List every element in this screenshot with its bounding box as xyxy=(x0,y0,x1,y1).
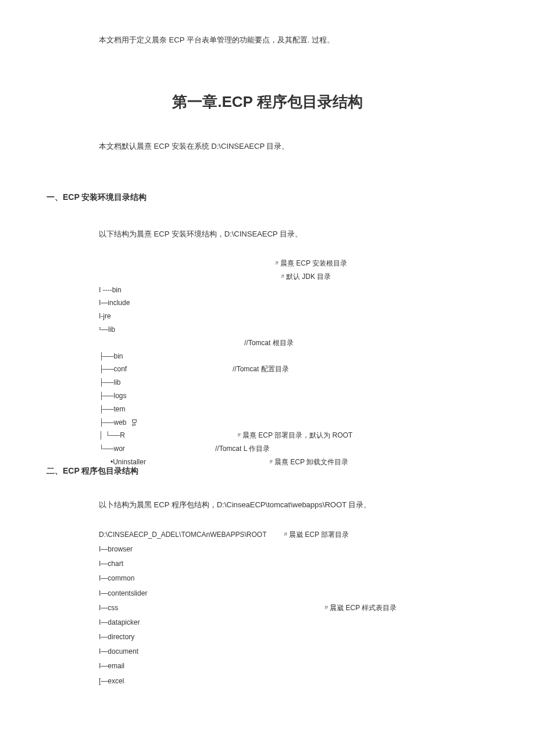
tree-label: I—chart xyxy=(99,557,282,571)
section-2-tree: D:\CINSEAECP_D_ADEL\TOMCAnWEBAPPS\ROOT〃晨… xyxy=(99,528,488,689)
tree-label: │ └──R xyxy=(99,429,236,442)
tree-label: D:\CINSEAECP_D_ADEL\TOMCAnWEBAPPS\ROOT xyxy=(99,528,282,542)
tree-comment: //Tomcat 配置目录 xyxy=(233,363,289,376)
tree-label: I—include xyxy=(99,296,233,310)
tree-label: I—css xyxy=(99,601,323,615)
tree-label: I ----bin xyxy=(99,284,233,297)
tree-comment: //Tomcat 根目录 xyxy=(244,336,294,350)
tree-label: ├──bin xyxy=(99,350,233,363)
tree-label: ├──conf xyxy=(99,363,233,376)
tree-label: I—datapicker xyxy=(99,615,282,630)
section-2-desc: 以卜结构为晨黑 ECP 程序包结构，D:\CinseaECP\tomcat\we… xyxy=(99,500,488,510)
tree-comment: 〃晨崴 ECP 部署目录 xyxy=(282,528,349,542)
tree-label: └──wor xyxy=(99,442,215,456)
tree-label: ├──tem xyxy=(99,403,233,416)
tree-label: [—excel xyxy=(99,674,282,689)
tree-label: ├──web xyxy=(99,416,127,429)
tree-label: ├──lib xyxy=(99,376,233,389)
tree-label: I—contentslider xyxy=(99,586,282,601)
chapter-subtitle: 本文档默认晨熹 ECP 安装在系统 D:\CINSEAECP 目录。 xyxy=(99,141,488,152)
section-1-desc: 以下结构为晨熹 ECP 安装环境结构，D:\CINSEAECP 目录。 xyxy=(99,229,488,239)
tree-comment: //Tomcat L 作目录 xyxy=(215,442,270,456)
tree-label: I—document xyxy=(99,644,282,659)
tree-label: I—directory xyxy=(99,630,282,644)
section-1-tree: 〃晨熹 ECP 安装根目录 〃默认 JDK 目录 I ----bin I—inc… xyxy=(99,257,488,469)
tree-label: ├──logs xyxy=(99,389,233,403)
tree-comment: 〃晨熹 ECP 安装根目录 xyxy=(273,257,347,270)
tree-label: I—email xyxy=(99,659,282,673)
section-1-heading: 一、ECP 安装环境目录结构 xyxy=(47,192,488,203)
rotated-text: Ds xyxy=(126,419,139,426)
tree-comment: 〃默认 JDK 目录 xyxy=(279,270,331,284)
tree-comment: 〃晨熹 ECP 部署目录，默认为 ROOT xyxy=(236,429,352,442)
tree-label: I—common xyxy=(99,571,282,586)
chapter-title: 第一章.ECP 程序包目录结构 xyxy=(47,92,488,112)
tree-label: I—browser xyxy=(99,542,282,557)
tree-comment: 〃晨熹 ECP 卸载文件目录 xyxy=(268,456,348,469)
tree-comment: 〃晨崴 ECP 样式表目录 xyxy=(323,601,397,615)
doc-intro: 本文档用于定义晨奈 ECP 平台表单管理的功能要点，及其配置. 过程。 xyxy=(99,35,488,45)
tree-label: ¹—lib xyxy=(99,323,233,336)
tree-label: I-jre xyxy=(99,310,233,323)
